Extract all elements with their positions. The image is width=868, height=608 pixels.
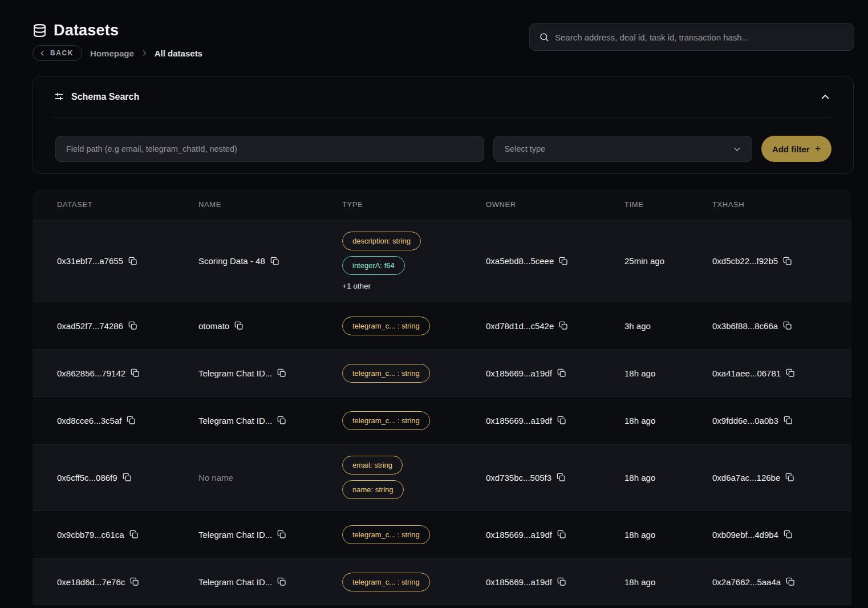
dataset-id-cell: 0x6cff5c...086f9 bbox=[57, 473, 198, 483]
column-header-dataset: DATASET bbox=[57, 200, 198, 209]
table-row[interactable]: 0x9cbb79...c61ca Telegram Chat ID... tel… bbox=[33, 510, 851, 558]
copy-icon[interactable] bbox=[129, 530, 139, 539]
copy-icon[interactable] bbox=[784, 416, 793, 425]
time-cell: 3h ago bbox=[624, 321, 712, 331]
time-cell: 25min ago bbox=[624, 256, 712, 266]
copy-icon[interactable] bbox=[559, 321, 568, 330]
copy-icon[interactable] bbox=[128, 257, 137, 266]
copy-icon[interactable] bbox=[783, 257, 792, 266]
time-cell: 18h ago bbox=[624, 473, 712, 483]
collapse-panel-button[interactable] bbox=[818, 90, 833, 104]
owner-address: 0x185669...a19df bbox=[486, 416, 552, 425]
type-badge: description: string bbox=[342, 232, 421, 250]
type-badges-cell: telegram_c... : string bbox=[342, 305, 486, 347]
breadcrumb: BACK Homepage All datasets bbox=[33, 45, 202, 61]
copy-icon[interactable] bbox=[557, 473, 566, 482]
copy-icon[interactable] bbox=[277, 416, 286, 425]
datasets-page: Datasets BACK Homepage All bbox=[0, 0, 868, 608]
txhash-value: 0x9fdd6e...0a0b3 bbox=[712, 416, 778, 425]
dataset-id: 0xad52f7...74286 bbox=[57, 321, 123, 331]
table-row[interactable]: 0x31ebf7...a7655 Scoring Data - 48 descr… bbox=[33, 220, 851, 302]
copy-icon[interactable] bbox=[123, 473, 132, 482]
copy-icon[interactable] bbox=[557, 530, 566, 539]
copy-icon[interactable] bbox=[234, 321, 244, 330]
chevron-up-icon bbox=[820, 92, 830, 102]
type-badges-cell: telegram_c... : string bbox=[342, 561, 486, 603]
copy-icon[interactable] bbox=[277, 530, 286, 539]
column-header-owner: OWNER bbox=[486, 200, 624, 209]
dataset-name: Telegram Chat ID... bbox=[198, 530, 272, 540]
column-header-txhash: TXHASH bbox=[712, 200, 851, 209]
breadcrumb-homepage[interactable]: Homepage bbox=[90, 48, 134, 58]
time-cell: 18h ago bbox=[624, 577, 712, 587]
owner-cell: 0xa5ebd8...5ceee bbox=[486, 256, 624, 266]
dataset-name: otomato bbox=[198, 321, 229, 331]
copy-icon[interactable] bbox=[559, 257, 568, 266]
type-badge: telegram_c... : string bbox=[342, 573, 430, 591]
txhash-cell: 0xd6a7ac...126be bbox=[712, 473, 851, 483]
copy-icon[interactable] bbox=[557, 416, 566, 425]
schema-search-title: Schema Search bbox=[71, 92, 139, 102]
global-search[interactable] bbox=[529, 23, 854, 51]
copy-icon[interactable] bbox=[557, 577, 566, 586]
txhash-value: 0xb09ebf...4d9b4 bbox=[712, 530, 778, 540]
table-row[interactable]: 0xe18d6d...7e76c Telegram Chat ID... tel… bbox=[33, 558, 851, 605]
more-types-label: +1 other bbox=[342, 282, 371, 290]
copy-icon[interactable] bbox=[128, 321, 137, 330]
back-label: BACK bbox=[50, 49, 74, 57]
breadcrumb-all-datasets: All datasets bbox=[155, 48, 202, 58]
dataset-id: 0x9cbb79...c61ca bbox=[57, 530, 124, 540]
dataset-name-cell: No name bbox=[198, 473, 342, 483]
dataset-name-cell: Telegram Chat ID... bbox=[198, 530, 342, 540]
owner-cell: 0xd735bc...505f3 bbox=[486, 473, 624, 483]
copy-icon[interactable] bbox=[786, 368, 795, 378]
table-row[interactable]: 0x862856...79142 Telegram Chat ID... tel… bbox=[33, 349, 851, 396]
copy-icon[interactable] bbox=[783, 321, 792, 330]
type-badges-cell: description: stringintegerA: f64+1 other bbox=[342, 220, 486, 302]
copy-icon[interactable] bbox=[557, 368, 566, 378]
type-badge: telegram_c... : string bbox=[342, 364, 430, 383]
search-input[interactable] bbox=[555, 33, 845, 42]
txhash-cell: 0xd5cb22...f92b5 bbox=[712, 256, 851, 266]
table-row[interactable]: 0xad52f7...74286 otomato telegram_c... :… bbox=[33, 302, 851, 349]
add-filter-button[interactable]: Add filter + bbox=[761, 136, 832, 162]
dataset-id-cell: 0x862856...79142 bbox=[57, 368, 198, 378]
type-select[interactable]: Select type bbox=[493, 136, 752, 162]
field-path-input[interactable] bbox=[55, 136, 484, 162]
copy-icon[interactable] bbox=[784, 530, 793, 539]
txhash-value: 0xd5cb22...f92b5 bbox=[712, 256, 778, 266]
type-badges-cell: telegram_c... : string bbox=[342, 352, 486, 394]
dataset-id: 0x862856...79142 bbox=[57, 368, 125, 378]
copy-icon[interactable] bbox=[270, 257, 279, 266]
dataset-name-cell: Scoring Data - 48 bbox=[198, 256, 342, 266]
column-header-time: TIME bbox=[624, 200, 712, 209]
table-row[interactable]: 0x6cff5c...086f9 No name email: stringna… bbox=[33, 444, 851, 510]
copy-icon[interactable] bbox=[131, 368, 140, 378]
schema-search-controls: Select type Add filter + bbox=[55, 136, 832, 162]
copy-icon[interactable] bbox=[786, 577, 795, 586]
copy-icon[interactable] bbox=[127, 416, 136, 425]
owner-address: 0xd78d1d...c542e bbox=[486, 321, 554, 331]
copy-icon[interactable] bbox=[277, 577, 286, 586]
txhash-cell: 0xb09ebf...4d9b4 bbox=[712, 530, 851, 540]
owner-cell: 0x185669...a19df bbox=[486, 530, 624, 540]
chevron-left-icon bbox=[39, 50, 46, 56]
table-row[interactable]: 0xd8cce6...3c5af Telegram Chat ID... tel… bbox=[33, 396, 851, 444]
search-icon bbox=[539, 32, 549, 42]
dataset-id-cell: 0x31ebf7...a7655 bbox=[57, 256, 198, 266]
owner-cell: 0x185669...a19df bbox=[486, 368, 624, 378]
type-badge: telegram_c... : string bbox=[342, 317, 430, 335]
txhash-cell: 0x2a7662...5aa4a bbox=[712, 577, 851, 587]
dataset-name: Telegram Chat ID... bbox=[198, 416, 272, 425]
type-badge: name: string bbox=[342, 480, 404, 499]
copy-icon[interactable] bbox=[130, 577, 139, 586]
back-button[interactable]: BACK bbox=[33, 45, 82, 61]
type-select-value: Select type bbox=[504, 144, 545, 153]
copy-icon[interactable] bbox=[277, 368, 286, 378]
schema-search-panel: Schema Search Select type bbox=[33, 76, 854, 174]
table-body: 0x31ebf7...a7655 Scoring Data - 48 descr… bbox=[33, 220, 851, 605]
copy-icon[interactable] bbox=[785, 473, 794, 482]
time-cell: 18h ago bbox=[624, 368, 712, 378]
type-badge: telegram_c... : string bbox=[342, 411, 430, 430]
owner-address: 0xd735bc...505f3 bbox=[486, 473, 551, 483]
